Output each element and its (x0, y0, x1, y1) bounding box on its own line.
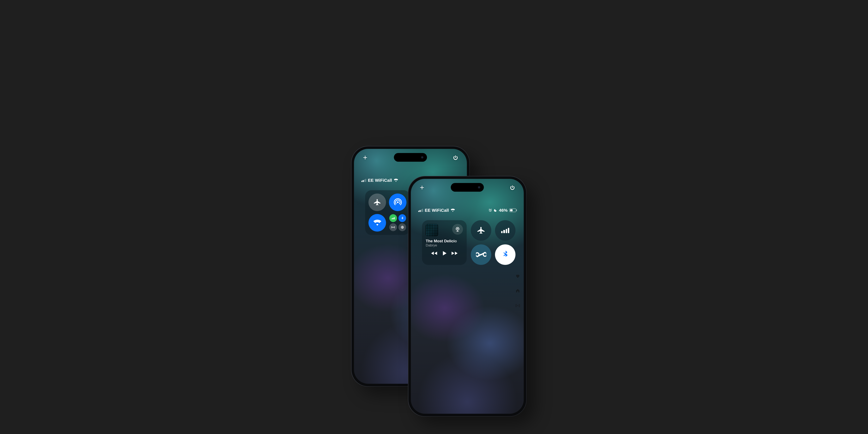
play-button[interactable] (441, 250, 447, 256)
carrier-label: EE WiFiCall (425, 208, 449, 213)
track-artist: Dabrye (426, 243, 463, 248)
power-icon (453, 155, 458, 160)
airdrop-toggle[interactable] (389, 193, 406, 211)
alarm-icon (488, 209, 492, 212)
plus-icon (420, 185, 425, 190)
add-controls-button[interactable] (363, 155, 368, 160)
personal-hotspot-toggle[interactable] (389, 223, 397, 231)
cellular-bars-icon (501, 227, 509, 233)
control-center-page-indicator[interactable] (516, 274, 520, 309)
battery-icon (509, 209, 516, 212)
airplay-icon (455, 226, 461, 232)
svg-point-1 (397, 202, 398, 203)
globe-icon (401, 225, 404, 229)
airplane-icon (373, 198, 381, 206)
cellular-data-toggle[interactable] (495, 220, 516, 241)
status-bar: EE WiFiCall 46% (411, 208, 524, 213)
fast-forward-icon (451, 251, 458, 256)
album-artwork (426, 224, 438, 236)
airdrop-icon (394, 198, 402, 207)
power-off-button[interactable] (453, 155, 458, 160)
cellular-data-toggle[interactable] (389, 214, 397, 222)
wifi-icon (394, 179, 398, 182)
control-center-topbar (354, 155, 467, 160)
bluetooth-icon (401, 216, 404, 220)
control-center-topbar (411, 185, 524, 190)
airplay-button[interactable] (452, 224, 463, 235)
carrier-label: EE WiFiCall (368, 178, 392, 183)
personal-hotspot-toggle[interactable] (471, 244, 491, 265)
now-playing-module[interactable]: The Most Delicio Dabrye (422, 220, 467, 265)
plus-icon (363, 155, 368, 160)
home-icon[interactable] (516, 288, 520, 294)
track-title: The Most Delicio (426, 239, 463, 243)
airplane-icon (476, 226, 486, 235)
power-off-button[interactable] (510, 185, 515, 190)
wifi-toggle[interactable] (368, 214, 386, 231)
bluetooth-toggle[interactable] (495, 244, 516, 265)
airplane-mode-toggle[interactable] (368, 193, 386, 211)
power-icon (510, 185, 515, 190)
wifi-icon (373, 219, 382, 226)
svg-point-4 (457, 228, 458, 229)
wifi-icon (451, 209, 455, 212)
phone-mockup-right: EE WiFiCall 46% (408, 176, 526, 416)
radio-icon[interactable] (516, 303, 520, 309)
next-track-button[interactable] (451, 251, 458, 256)
cellular-bars-icon (392, 217, 395, 219)
heart-icon[interactable] (516, 274, 520, 279)
airplane-mode-toggle[interactable] (471, 220, 491, 241)
signal-strength-icon (418, 209, 423, 212)
control-center-screen: EE WiFiCall 46% (411, 179, 524, 414)
svg-point-5 (517, 305, 518, 306)
rewind-icon (431, 251, 437, 256)
previous-track-button[interactable] (431, 251, 437, 256)
connectivity-module[interactable] (365, 190, 410, 235)
connectivity-mini-grid[interactable] (389, 214, 406, 231)
bluetooth-icon (502, 250, 509, 259)
battery-percent: 46% (499, 208, 507, 213)
hotspot-icon (391, 226, 395, 228)
bluetooth-toggle[interactable] (398, 214, 406, 222)
do-not-disturb-icon (494, 209, 497, 212)
play-icon (441, 250, 447, 256)
hotspot-off-icon (476, 251, 486, 258)
signal-strength-icon (362, 179, 366, 182)
connectivity-grid (471, 220, 516, 265)
add-controls-button[interactable] (420, 185, 425, 190)
vpn-toggle[interactable] (398, 223, 406, 231)
